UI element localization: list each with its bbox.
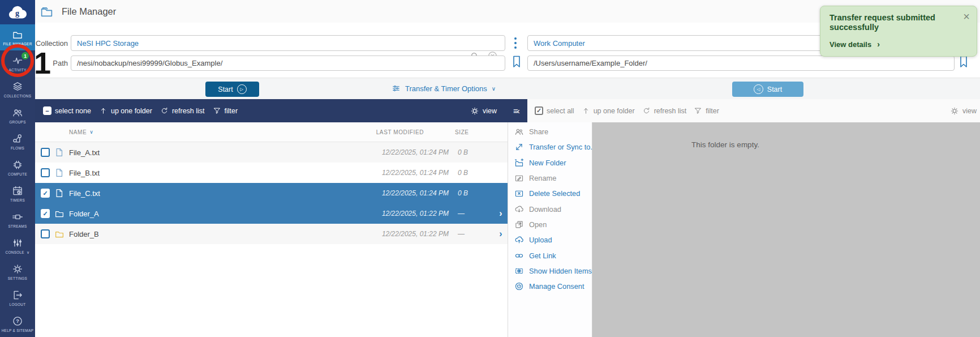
menu-item-manage-consent[interactable]: Manage Consent xyxy=(508,279,592,294)
file-manager-icon xyxy=(40,5,54,19)
source-file-list: NAME ∨ LAST MODIFIED SIZE File_A.txt12/2… xyxy=(35,122,508,337)
close-icon[interactable]: × xyxy=(963,11,970,22)
folder-icon xyxy=(54,229,69,239)
sidebar-item-label: COLLECTIONS xyxy=(4,94,31,98)
file-modified: 12/22/2025, 01:22 PM xyxy=(361,210,449,217)
destination-file-list: This folder is empty. xyxy=(592,122,980,337)
menu-item-rename[interactable]: Rename xyxy=(508,170,592,186)
menu-item-upload[interactable]: Upload xyxy=(508,232,592,248)
up-arrow-icon xyxy=(582,106,590,115)
menu-item-label: Open xyxy=(529,220,547,229)
source-view-button[interactable]: view xyxy=(470,99,497,122)
toast-title: Transfer request submitted successfully xyxy=(829,13,951,33)
toolbar-filter[interactable]: filter xyxy=(694,106,719,115)
file-icon xyxy=(54,147,69,157)
sidebar-item-flows[interactable]: FLOWS xyxy=(0,129,35,155)
table-row[interactable]: Folder_B12/22/2025, 01:22 PM—› xyxy=(35,224,508,244)
sidebar-item-settings[interactable]: SETTINGS xyxy=(0,259,35,285)
menu-item-transfer-sync[interactable]: Transfer or Sync to... xyxy=(508,139,592,155)
toolbar-up-one-folder[interactable]: up one folder xyxy=(99,106,152,115)
menu-item-new-folder[interactable]: New Folder xyxy=(508,155,592,170)
toolbar-filter[interactable]: filter xyxy=(213,106,238,115)
row-checkbox[interactable] xyxy=(41,229,50,238)
select-checkbox[interactable]: − xyxy=(43,106,51,115)
groups-icon xyxy=(514,127,524,136)
toolbar-select-none[interactable]: −select none xyxy=(43,106,91,115)
source-collection-input[interactable]: NeSI HPC Storage xyxy=(71,35,505,51)
table-row[interactable]: ✓Folder_A12/22/2025, 01:22 PM—› xyxy=(35,203,508,224)
open-folder-chevron[interactable]: › xyxy=(494,208,508,219)
sidebar-item-activity[interactable]: ACTIVITY1 xyxy=(0,50,35,76)
menu-item-delete-selected[interactable]: Delete Selected xyxy=(508,186,592,201)
sidebar-item-compute[interactable]: COMPUTE xyxy=(0,155,35,181)
gear-icon xyxy=(950,106,959,116)
toolbar-up-one-folder[interactable]: up one folder xyxy=(582,106,635,115)
view-details-link[interactable]: View details › xyxy=(829,40,880,49)
sidebar-item-label: SETTINGS xyxy=(8,276,27,280)
groups-icon xyxy=(12,107,23,118)
source-collection-menu-icon[interactable] xyxy=(513,36,518,50)
globus-file-manager-app: g FILE MANAGERACTIVITY1COLLECTIONSGROUPS… xyxy=(0,0,980,337)
menu-item-share[interactable]: Share xyxy=(508,124,592,139)
eye-icon xyxy=(514,266,524,276)
file-size: 0 B xyxy=(449,189,494,197)
row-checkbox[interactable]: ✓ xyxy=(41,189,50,198)
menu-item-get-link[interactable]: Get Link xyxy=(508,248,592,263)
chevron-right-icon: › xyxy=(877,40,880,49)
panel-toggle-icon[interactable]: ≡‹ xyxy=(513,99,519,122)
up-arrow-icon xyxy=(99,106,108,115)
column-size[interactable]: SIZE xyxy=(449,129,494,135)
sidebar-item-label: HELP & SITEMAP xyxy=(2,329,34,332)
open-folder-chevron[interactable]: › xyxy=(494,229,508,239)
toolbar-select-all[interactable]: ✓select all xyxy=(535,106,574,115)
sidebar-item-collections[interactable]: COLLECTIONS xyxy=(0,76,35,103)
column-last-modified[interactable]: LAST MODIFIED xyxy=(361,129,449,135)
file-icon xyxy=(54,168,65,178)
toolbar-refresh-list[interactable]: refresh list xyxy=(642,106,687,115)
destination-path-input[interactable]: /Users/username/Example_Folder/ xyxy=(527,56,955,71)
table-row[interactable]: File_A.txt12/22/2025, 01:24 PM0 B xyxy=(35,142,508,163)
toolbar-label: select none xyxy=(55,107,91,115)
row-checkbox[interactable] xyxy=(41,148,50,157)
start-transfer-button-right[interactable]: ◁ Start xyxy=(732,82,803,97)
menu-item-show-hidden[interactable]: Show Hidden Items xyxy=(508,263,592,279)
table-row[interactable]: ✓File_C.txt12/22/2025, 01:24 PM0 B xyxy=(35,183,508,203)
destination-view-button[interactable]: view xyxy=(950,99,977,122)
transfer-timer-options[interactable]: Transfer & Timer Options ∨ xyxy=(392,84,496,93)
menu-item-label: New Folder xyxy=(529,159,566,167)
sidebar-item-label: TIMERS xyxy=(10,198,25,202)
empty-folder-message: This folder is empty. xyxy=(669,140,782,149)
menu-item-label: Manage Consent xyxy=(529,282,584,291)
select-checkbox[interactable]: ✓ xyxy=(535,106,543,115)
link-icon xyxy=(514,251,524,261)
sidebar-item-logout[interactable]: LOGOUT xyxy=(0,285,35,311)
row-checkbox[interactable] xyxy=(41,168,50,177)
destination-bookmark-icon[interactable] xyxy=(959,55,968,69)
menu-item-download[interactable]: Download xyxy=(508,201,592,216)
start-transfer-button-left[interactable]: Start ▷ xyxy=(205,82,259,97)
menu-item-open[interactable]: Open xyxy=(508,217,592,232)
column-name[interactable]: NAME ∨ xyxy=(69,129,361,135)
compute-icon xyxy=(12,159,23,170)
start-row: Start ▷ Transfer & Timer Options ∨ ◁ Sta… xyxy=(35,78,980,100)
source-path-input[interactable]: /nesi/nobackup/nesi99999/Globus_Example/ xyxy=(71,56,505,71)
file-size: — xyxy=(449,230,494,238)
globus-logo-icon[interactable]: g xyxy=(0,0,35,24)
source-bookmark-icon[interactable] xyxy=(512,55,521,69)
sidebar-item-streams[interactable]: STREAMS xyxy=(0,207,35,233)
sidebar-item-timers[interactable]: TIMERS xyxy=(0,181,35,207)
file-name: Folder_A xyxy=(69,210,361,218)
table-row[interactable]: File_B.txt12/22/2025, 01:24 PM0 B xyxy=(35,163,508,183)
file-size: 0 B xyxy=(449,148,494,156)
sidebar-item-groups[interactable]: GROUPS xyxy=(0,103,35,129)
funnel-icon xyxy=(694,106,702,115)
sidebar-item-help-sitemap[interactable]: ?HELP & SITEMAP xyxy=(0,311,35,337)
sidebar-item-label: COMPUTE xyxy=(8,172,27,176)
gear-icon xyxy=(470,106,479,116)
toolbar-label: refresh list xyxy=(654,107,687,115)
toolbar-refresh-list[interactable]: refresh list xyxy=(160,106,205,115)
sidebar-item-file-manager[interactable]: FILE MANAGER xyxy=(0,24,35,50)
sidebar-item-console[interactable]: CONSOLE ∨ xyxy=(0,233,35,259)
upload-icon xyxy=(514,235,524,245)
row-checkbox[interactable]: ✓ xyxy=(41,209,50,218)
